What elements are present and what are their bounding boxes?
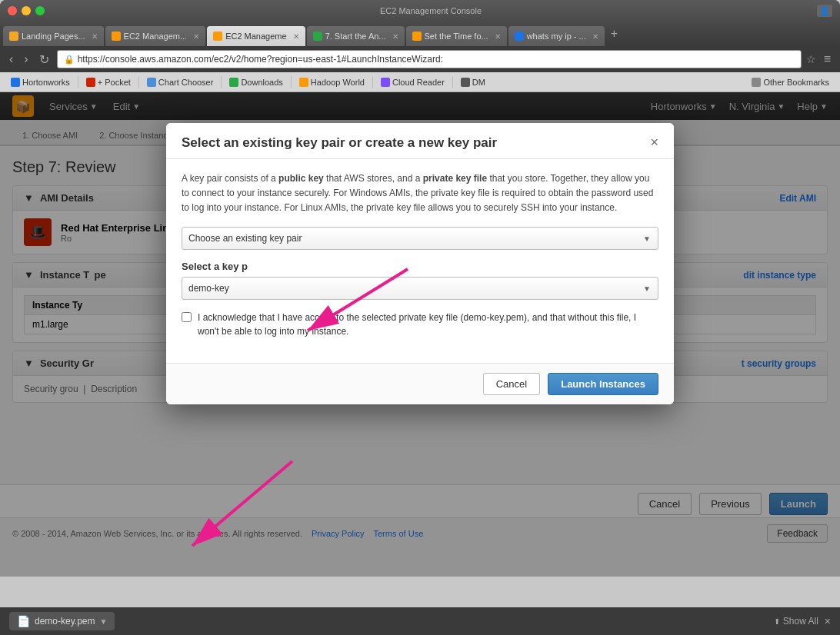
key-name-wrapper: demo-key [182, 277, 658, 300]
bookmark-separator [138, 76, 139, 88]
show-all-button[interactable]: ⬆ Show All [774, 616, 818, 627]
modal-title: Select an existing key pair or create a … [182, 135, 650, 151]
tab-favicon [515, 32, 524, 41]
bookmark-icon [299, 78, 308, 87]
bookmark-separator [291, 76, 292, 88]
tab-favicon [112, 32, 121, 41]
close-window-button[interactable] [8, 6, 17, 15]
tab-label: 7. Start the An... [325, 32, 386, 41]
tab-set-time[interactable]: Set the Time fo... ✕ [406, 26, 507, 46]
bookmark-icon [381, 78, 390, 87]
aws-main: 📦 Services ▼ Edit ▼ Hortonworks ▼ N. Vir… [0, 92, 840, 577]
modal-close-button[interactable]: × [650, 135, 658, 149]
tab-label: EC2 Manageme [225, 32, 287, 41]
tab-7-start[interactable]: 7. Start the An... ✕ [307, 26, 405, 46]
download-item[interactable]: 📄 demo-key.pem ▼ [9, 612, 115, 630]
modal-header: Select an existing key pair or create a … [166, 123, 674, 159]
address-input[interactable]: 🔒 https://console.aws.amazon.com/ec2/v2/… [57, 50, 802, 68]
acknowledge-checkbox[interactable] [182, 312, 192, 322]
bookmark-other[interactable]: Other Bookmarks [747, 77, 834, 88]
tab-close-icon[interactable]: ✕ [592, 32, 598, 41]
tab-close-icon[interactable]: ✕ [92, 32, 98, 41]
bookmark-pocket[interactable]: + Pocket [82, 77, 135, 88]
keypair-type-wrapper: Choose an existing key pair Create a new… [182, 227, 658, 250]
bookmark-hadoop-world[interactable]: Hadoop World [295, 77, 369, 88]
lock-icon: 🔒 [64, 55, 75, 65]
acknowledge-label: I acknowledge that I have access to the … [198, 311, 658, 338]
tabs-bar: Landing Pages... ✕ EC2 Managem... ✕ EC2 … [0, 22, 840, 46]
browser-chrome: EC2 Management Console 👤 Landing Pages..… [0, 0, 840, 92]
modal-overlay: Select an existing key pair or create a … [0, 92, 840, 577]
tab-label: EC2 Managem... [124, 32, 188, 41]
forward-button[interactable]: › [21, 52, 31, 66]
tab-label: Set the Time fo... [425, 32, 488, 41]
maximize-window-button[interactable] [35, 6, 45, 15]
user-icon: 👤 [817, 5, 832, 17]
launch-instances-button[interactable]: Launch Instances [548, 373, 658, 395]
tab-label: Landing Pages... [22, 32, 85, 41]
tab-landing-pages[interactable]: Landing Pages... ✕ [3, 26, 104, 46]
new-tab-button[interactable]: + [606, 27, 622, 41]
bookmark-icon [147, 78, 156, 87]
bookmark-icon [11, 78, 20, 87]
keypair-type-select[interactable]: Choose an existing key pair Create a new… [182, 227, 658, 250]
tab-ec2-1[interactable]: EC2 Managem... ✕ [105, 26, 206, 46]
download-chevron-icon[interactable]: ▼ [99, 617, 107, 626]
acknowledge-row: I acknowledge that I have access to the … [182, 311, 658, 338]
bookmark-dm[interactable]: DM [456, 77, 490, 88]
bookmark-separator [221, 76, 222, 88]
bookmark-hortonworks[interactable]: Hortonworks [6, 77, 75, 88]
bookmark-icon [86, 78, 95, 87]
show-all-icon: ⬆ [774, 617, 780, 626]
tab-close-icon[interactable]: ✕ [193, 32, 199, 41]
bookmark-cloud-reader[interactable]: Cloud Reader [376, 77, 449, 88]
window-title: EC2 Management Console [49, 6, 812, 15]
tab-whats-my-ip[interactable]: whats my ip - ... ✕ [508, 26, 605, 46]
tab-close-icon[interactable]: ✕ [392, 32, 398, 41]
tab-favicon [313, 32, 322, 41]
bookmark-separator [452, 76, 453, 88]
bookmark-icon [229, 78, 238, 87]
bookmark-downloads[interactable]: Downloads [225, 77, 287, 88]
tab-favicon [412, 32, 422, 41]
modal-cancel-button[interactable]: Cancel [483, 373, 540, 395]
download-close-button[interactable]: × [825, 615, 831, 627]
browser-menu-button[interactable]: ≡ [821, 52, 834, 66]
bookmark-separator [372, 76, 373, 88]
reload-button[interactable]: ↻ [36, 52, 52, 67]
bookmark-chart-chooser[interactable]: Chart Chooser [142, 77, 218, 88]
browser-titlebar: EC2 Management Console 👤 [0, 0, 840, 22]
back-button[interactable]: ‹ [6, 52, 16, 66]
key-name-select[interactable]: demo-key [182, 277, 658, 300]
modal-footer: Cancel Launch Instances [166, 363, 674, 404]
download-bar: 📄 demo-key.pem ▼ ⬆ Show All × [0, 607, 840, 635]
tab-label: whats my ip - ... [527, 32, 586, 41]
address-text: https://console.aws.amazon.com/ec2/v2/ho… [78, 54, 443, 65]
tab-ec2-2-active[interactable]: EC2 Manageme ✕ [207, 26, 305, 46]
minimize-window-button[interactable] [22, 6, 31, 15]
tab-favicon [213, 32, 222, 41]
bookmark-icon [752, 78, 761, 87]
bookmark-star-button[interactable]: ☆ [806, 53, 816, 65]
select-key-label: Select a key p [182, 261, 658, 272]
modal-description: A key pair consists of a public key that… [182, 171, 658, 216]
bookmark-icon [461, 78, 470, 87]
address-bar: ‹ › ↻ 🔒 https://console.aws.amazon.com/e… [0, 46, 840, 72]
tab-close-icon[interactable]: ✕ [495, 32, 501, 41]
bookmark-separator [78, 76, 78, 88]
download-file-icon: 📄 [17, 615, 30, 627]
download-filename: demo-key.pem [35, 616, 95, 627]
key-pair-modal: Select an existing key pair or create a … [166, 123, 674, 404]
tab-close-icon[interactable]: ✕ [293, 32, 299, 41]
modal-body: A key pair consists of a public key that… [166, 159, 674, 363]
tab-favicon [9, 32, 18, 41]
bookmarks-bar: Hortonworks + Pocket Chart Chooser Downl… [0, 72, 840, 92]
